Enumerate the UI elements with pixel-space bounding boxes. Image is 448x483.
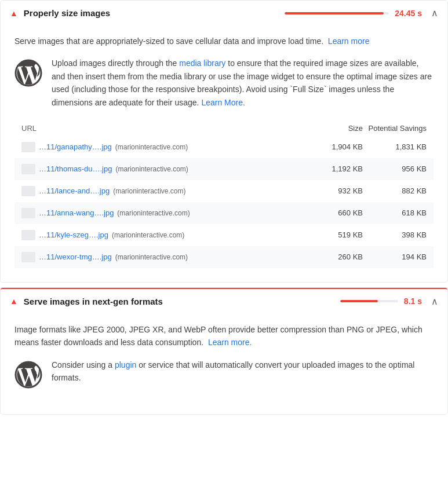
col-header-savings: Potential Savings [363, 124, 427, 133]
table-row: …11/lance-and….jpg (marioninteractive.co… [14, 180, 434, 202]
wp-logo-1 [14, 59, 42, 87]
row-url-4: …11/kyle-szeg….jpg (marioninteractive.co… [21, 230, 311, 240]
section-header-2[interactable]: ▲ Serve images in next-gen formats 8.1 s… [1, 288, 447, 314]
section-title-2: Serve images in next-gen formats [24, 297, 340, 306]
row-url-1: …11/thomas-du….jpg (marioninteractive.co… [21, 164, 311, 174]
url-img-icon-0 [21, 142, 35, 152]
description-2: Image formats like JPEG 2000, JPEG XR, a… [14, 323, 434, 349]
url-img-icon-2 [21, 186, 35, 196]
row-size-1: 1,192 KB [311, 164, 363, 173]
section-header-properly-size[interactable]: ▲ Properly size images 24.45 s ∧ [1, 1, 447, 25]
url-main-1: …11/thomas-du….jpg [39, 164, 112, 173]
url-domain-2: (marioninteractive.com) [113, 187, 185, 195]
row-size-5: 260 KB [311, 253, 363, 261]
url-img-icon-1 [21, 164, 35, 174]
table-header-1: URL Size Potential Savings [14, 120, 434, 136]
url-main-2: …11/lance-and….jpg [39, 186, 110, 195]
score-bar-container-1: 24.45 s [285, 9, 422, 18]
learn-more-link-1[interactable]: Learn more [328, 36, 370, 46]
score-bar-1 [285, 12, 389, 14]
url-main-5: …11/wexor-tmg….jpg [39, 253, 112, 261]
row-url-5: …11/wexor-tmg….jpg (marioninteractive.co… [21, 252, 311, 262]
row-url-2: …11/lance-and….jpg (marioninteractive.co… [21, 186, 311, 196]
url-main-0: …11/ganapathy….jpg [39, 142, 112, 151]
col-header-url: URL [21, 124, 311, 133]
row-url-0: …11/ganapathy….jpg (marioninteractive.co… [21, 142, 311, 152]
section-next-gen-formats: ▲ Serve images in next-gen formats 8.1 s… [0, 287, 448, 415]
row-savings-4: 398 KB [363, 230, 427, 239]
url-domain-3: (marioninteractive.com) [117, 209, 190, 217]
row-size-4: 519 KB [311, 230, 363, 239]
section-properly-size-images: ▲ Properly size images 24.45 s ∧ Serve i… [0, 0, 448, 283]
url-domain-1: (marioninteractive.com) [115, 165, 188, 173]
score-bar-container-2: 8.1 s [340, 297, 422, 306]
url-domain-4: (marioninteractive.com) [112, 231, 184, 239]
info-box-1: Upload images directly through the media… [14, 57, 434, 109]
table-row: …11/ganapathy….jpg (marioninteractive.co… [14, 136, 434, 158]
row-savings-3: 618 KB [363, 208, 427, 217]
info-box-text-1: Upload images directly through the media… [52, 57, 434, 109]
row-savings-5: 194 KB [363, 253, 427, 261]
url-domain-5: (marioninteractive.com) [115, 253, 188, 261]
score-value-1: 24.45 s [395, 9, 422, 18]
row-size-2: 932 KB [311, 186, 363, 195]
url-domain-0: (marioninteractive.com) [115, 143, 188, 151]
url-img-icon-3 [21, 208, 35, 218]
table-row: …11/wexor-tmg….jpg (marioninteractive.co… [14, 246, 434, 268]
chevron-icon-1[interactable]: ∧ [431, 8, 438, 19]
url-main-4: …11/kyle-szeg….jpg [39, 230, 108, 239]
media-library-link[interactable]: media library [179, 58, 225, 68]
learn-more-link-2[interactable]: Learn More. [201, 98, 245, 107]
section-title-1: Properly size images [24, 8, 285, 18]
score-bar-fill-2 [340, 300, 378, 302]
col-header-size: Size [311, 124, 363, 133]
plugin-link[interactable]: plugin [115, 360, 136, 369]
row-savings-2: 882 KB [363, 186, 427, 195]
url-img-icon-4 [21, 230, 35, 240]
row-savings-0: 1,831 KB [363, 142, 427, 151]
score-bar-2 [340, 300, 398, 302]
section-body-2: Image formats like JPEG 2000, JPEG XR, a… [1, 314, 447, 414]
score-bar-fill-1 [285, 12, 384, 14]
table-row: …11/anna-wang….jpg (marioninteractive.co… [14, 202, 434, 224]
table-row: …11/thomas-du….jpg (marioninteractive.co… [14, 158, 434, 180]
url-main-3: …11/anna-wang….jpg [39, 208, 114, 217]
section-body-1: Serve images that are appropriately-size… [1, 25, 447, 282]
info-box-text-2: Consider using a plugin or service that … [52, 358, 434, 385]
info-box-2: Consider using a plugin or service that … [14, 358, 434, 389]
info2-text-before: Consider using a [52, 360, 112, 369]
info-text-before-link: Upload images directly through the [52, 58, 177, 68]
table-1: URL Size Potential Savings …11/ganapathy… [14, 120, 434, 268]
description-1: Serve images that are appropriately-size… [14, 35, 434, 47]
url-img-icon-5 [21, 252, 35, 262]
warning-icon-2: ▲ [10, 297, 18, 306]
row-savings-1: 956 KB [363, 164, 427, 173]
score-value-2: 8.1 s [404, 297, 422, 306]
row-size-3: 660 KB [311, 208, 363, 217]
learn-more-link-3[interactable]: Learn more. [208, 338, 252, 347]
row-size-0: 1,904 KB [311, 142, 363, 151]
row-url-3: …11/anna-wang….jpg (marioninteractive.co… [21, 208, 311, 218]
table-row: …11/kyle-szeg….jpg (marioninteractive.co… [14, 224, 434, 246]
wp-logo-2 [14, 361, 42, 389]
warning-icon-1: ▲ [10, 9, 18, 18]
chevron-icon-2[interactable]: ∧ [431, 296, 438, 307]
desc-text-1: Serve images that are appropriately-size… [14, 36, 323, 46]
